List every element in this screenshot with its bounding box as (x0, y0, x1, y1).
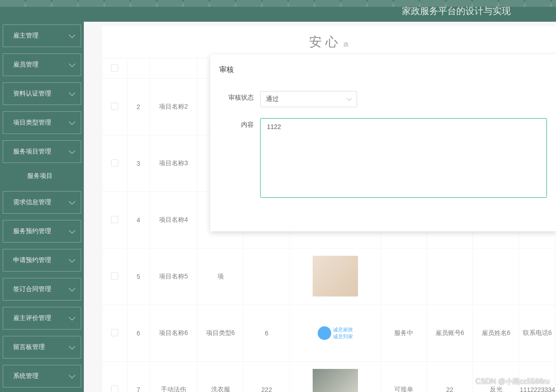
watermark: CSDN @小雨cc5566ru (475, 377, 550, 387)
status-select[interactable]: 通过 (260, 91, 357, 107)
chevron-down-icon (347, 96, 352, 100)
content-label: 内容 (219, 118, 260, 129)
modal-title: 审核 (219, 65, 547, 75)
content-textarea[interactable] (260, 118, 547, 198)
select-value: 通过 (266, 95, 279, 103)
status-label: 审核状态 (219, 91, 260, 102)
audit-modal: 审核 审核状态 通过 内容 (210, 54, 556, 231)
